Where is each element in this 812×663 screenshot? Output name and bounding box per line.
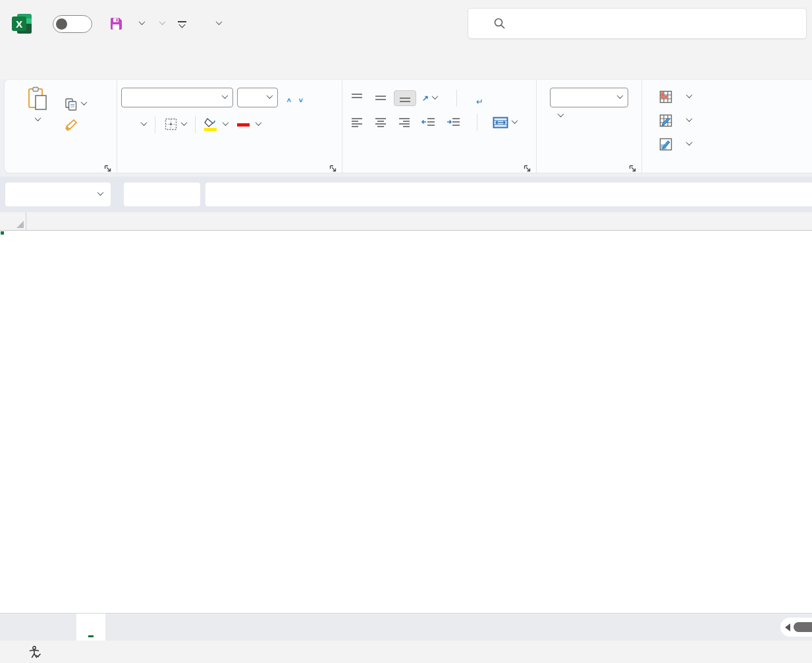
status-bar — [0, 641, 812, 663]
accounting-chevron-icon[interactable] — [558, 111, 564, 117]
font-color-button[interactable] — [234, 123, 252, 127]
align-left-icon — [350, 117, 364, 129]
number-format-combo[interactable] — [550, 88, 628, 107]
align-center-button[interactable] — [370, 115, 391, 130]
undo-button[interactable] — [136, 22, 144, 25]
name-box[interactable] — [5, 183, 111, 206]
sheet-tab-bar — [0, 613, 812, 641]
decrease-indent-button[interactable] — [418, 115, 440, 130]
font-name-combo[interactable] — [121, 88, 233, 107]
merge-center-chevron-icon[interactable] — [512, 117, 518, 124]
search-input[interactable] — [519, 17, 769, 30]
accessibility-icon — [29, 646, 41, 658]
redo-chevron-icon — [159, 18, 166, 25]
scrollbar-thumb[interactable] — [794, 622, 812, 632]
ribbon: ˄ ˅ — [0, 79, 812, 177]
underline-button[interactable] — [134, 121, 149, 128]
format-as-table-chevron-icon[interactable] — [686, 115, 693, 122]
orientation-button[interactable]: ↗ — [419, 92, 441, 104]
horizontal-scrollbar[interactable] — [780, 618, 812, 637]
fill-color-icon — [203, 118, 217, 127]
align-bottom-button[interactable] — [394, 90, 416, 106]
styles-group — [641, 80, 812, 173]
align-middle-button[interactable] — [370, 91, 391, 105]
title-bar: X — [0, 0, 812, 47]
increase-indent-button[interactable] — [443, 115, 465, 130]
bold-button[interactable] — [121, 123, 128, 127]
clipboard-dialog-launcher[interactable] — [104, 165, 111, 172]
borders-icon — [164, 117, 178, 131]
conditional-formatting-icon — [659, 90, 672, 103]
copy-chevron-icon[interactable] — [81, 99, 88, 105]
percent-style-button[interactable] — [590, 114, 597, 118]
borders-chevron-icon[interactable] — [181, 119, 188, 126]
merge-center-button[interactable] — [489, 115, 520, 130]
accounting-format-button[interactable] — [551, 113, 566, 119]
filename-chevron-icon[interactable] — [216, 18, 223, 25]
fill-handle[interactable] — [0, 231, 5, 235]
format-painter-button[interactable] — [61, 117, 81, 134]
worksheet-grid — [0, 212, 812, 613]
align-middle-icon — [373, 93, 388, 103]
increase-indent-icon — [446, 117, 462, 129]
alignment-group: ↗ ↵ — [342, 80, 536, 173]
copy-button[interactable] — [61, 96, 90, 113]
align-right-button[interactable] — [394, 115, 415, 130]
conditional-formatting-chevron-icon[interactable] — [686, 92, 693, 98]
font-group: ˄ ˅ — [117, 80, 342, 173]
ribbon-tab-strip — [0, 47, 812, 79]
excel-logo-icon[interactable]: X — [12, 14, 33, 34]
redo-button — [156, 22, 165, 25]
format-as-table-button[interactable] — [653, 109, 808, 132]
merge-center-icon — [493, 117, 508, 129]
font-color-chevron-icon[interactable] — [256, 119, 262, 126]
paste-chevron-icon[interactable] — [34, 115, 41, 121]
toggle-knob — [56, 18, 67, 30]
format-painter-icon — [65, 119, 78, 132]
wrap-text-button[interactable]: ↵ — [473, 89, 487, 107]
wrap-text-icon: ↵ — [476, 91, 483, 105]
workbook-title[interactable] — [213, 22, 221, 25]
undo-chevron-icon[interactable] — [139, 18, 146, 25]
fill-color-chevron-icon[interactable] — [223, 119, 229, 126]
font-size-combo[interactable] — [237, 88, 278, 107]
column-headers — [0, 212, 812, 231]
new-sheet-button[interactable] — [144, 614, 165, 641]
underline-chevron-icon[interactable] — [141, 119, 148, 126]
number-group — [536, 80, 641, 173]
formula-bar — [0, 177, 812, 212]
italic-button[interactable] — [128, 123, 134, 127]
conditional-formatting-button[interactable] — [653, 85, 808, 109]
formula-input[interactable] — [205, 183, 812, 206]
scroll-left-icon[interactable] — [785, 623, 790, 631]
copy-icon — [65, 98, 78, 111]
borders-button[interactable] — [161, 115, 190, 133]
align-top-button[interactable] — [346, 91, 367, 105]
cell-styles-button[interactable] — [653, 132, 808, 156]
paste-icon — [26, 86, 49, 111]
customize-quick-access-icon[interactable] — [178, 21, 186, 27]
cell-styles-icon — [659, 138, 672, 151]
comma-style-button[interactable] — [620, 114, 627, 118]
save-icon[interactable] — [108, 16, 124, 32]
fill-color-button[interactable] — [201, 118, 219, 131]
cut-button[interactable] — [61, 88, 68, 92]
font-dialog-launcher[interactable] — [329, 165, 337, 172]
clipboard-group — [5, 80, 117, 173]
number-dialog-launcher[interactable] — [629, 165, 636, 172]
cell-styles-chevron-icon[interactable] — [686, 139, 693, 146]
select-all-corner[interactable] — [0, 212, 26, 230]
search-box[interactable] — [468, 8, 807, 39]
align-left-button[interactable] — [346, 115, 367, 130]
orientation-icon: ↗ — [422, 94, 429, 102]
accessibility-status[interactable] — [29, 646, 45, 658]
orientation-chevron-icon[interactable] — [432, 93, 439, 100]
paste-button[interactable] — [16, 85, 59, 134]
format-as-table-icon — [659, 114, 672, 127]
search-icon — [493, 17, 506, 30]
align-right-icon — [397, 117, 412, 129]
autosave-toggle[interactable] — [53, 15, 92, 33]
sheet-tab-sheet1[interactable] — [76, 614, 105, 641]
alignment-dialog-launcher[interactable] — [524, 165, 531, 172]
align-bottom-icon — [398, 93, 412, 103]
